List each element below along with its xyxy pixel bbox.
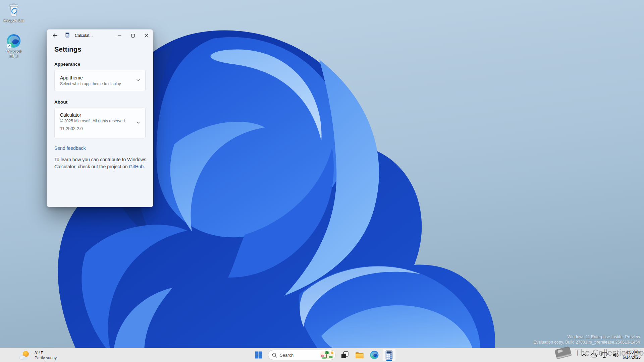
network-display-icon [601, 352, 608, 358]
speaker-icon [612, 352, 619, 358]
windows-logo-icon [255, 351, 262, 359]
clock-date: 6/14/2025 [623, 355, 641, 360]
chevron-up-icon [582, 354, 586, 356]
task-view-icon [341, 351, 348, 359]
back-button[interactable] [49, 31, 61, 41]
edge-icon [7, 34, 21, 48]
desktop-icon-microsoft-edge[interactable]: Microsoft Edge [1, 34, 26, 58]
about-version: 11.2502.2.0 [60, 126, 140, 131]
section-header-about: About [54, 100, 146, 105]
calculator-app-icon [65, 32, 70, 39]
edge-taskbar-button[interactable] [368, 349, 381, 361]
volume-tray-button[interactable] [610, 349, 621, 361]
calculator-settings-window: Calculat... Settings Appearance App them… [47, 29, 153, 207]
file-explorer-icon [355, 351, 364, 359]
desktop-icon-label: Recycle Bin [4, 18, 24, 23]
about-expander[interactable]: Calculator © 2025 Microsoft. All rights … [54, 108, 146, 138]
app-theme-subtitle: Select which app theme to display [60, 81, 121, 86]
minimize-button[interactable] [113, 29, 126, 42]
github-link[interactable]: GitHub [129, 164, 144, 169]
edge-icon [370, 351, 379, 359]
search-icon [272, 353, 277, 358]
chevron-down-icon [136, 77, 140, 83]
desktop: Recycle Bin [0, 0, 644, 362]
clock-time: 4:58 AM [623, 350, 641, 355]
contribute-text-after: . [144, 164, 145, 169]
weather-condition: Partly sunny [35, 356, 57, 360]
weather-temperature: 81°F [35, 351, 57, 355]
contribute-paragraph: To learn how you can contribute to Windo… [54, 156, 146, 170]
build-watermark-line1: Windows 11 Enterprise Insider Preview [534, 334, 640, 340]
cloud-icon [590, 353, 598, 358]
app-theme-title: App theme [60, 75, 121, 80]
section-header-appearance: Appearance [54, 62, 146, 67]
recycle-bin-icon [8, 3, 19, 17]
weather-widget[interactable]: 81°F Partly sunny [18, 350, 57, 361]
clock-tray[interactable]: 4:58 AM 6/14/2025 [623, 350, 641, 360]
desktop-icon-label: Microsoft Edge [1, 49, 26, 58]
close-button[interactable] [140, 29, 153, 42]
onedrive-tray-button[interactable] [589, 349, 599, 361]
search-box[interactable] [268, 350, 336, 360]
send-feedback-link[interactable]: Send feedback [54, 145, 86, 151]
task-view-button[interactable] [338, 349, 352, 361]
search-highlight-image[interactable] [320, 351, 334, 359]
calculator-icon [385, 350, 393, 360]
tray-chevron-up-button[interactable] [579, 349, 589, 361]
window-titlebar: Calculat... [47, 29, 153, 42]
about-copyright: © 2025 Microsoft. All rights reserved. [60, 119, 140, 123]
build-watermark: Windows 11 Enterprise Insider Preview Ev… [534, 334, 640, 345]
chevron-down-icon [136, 120, 140, 126]
page-title: Settings [54, 46, 146, 53]
desktop-icon-recycle-bin[interactable]: Recycle Bin [1, 3, 26, 23]
window-title: Calculat... [75, 33, 93, 38]
maximize-button[interactable] [126, 29, 140, 42]
calculator-taskbar-button[interactable] [382, 349, 396, 361]
build-watermark-line2: Evaluation copy. Build 27881.rs_prerelea… [534, 340, 640, 345]
search-input[interactable] [280, 353, 320, 358]
network-tray-button[interactable] [600, 349, 610, 361]
file-explorer-button[interactable] [353, 349, 366, 361]
start-button[interactable] [252, 349, 265, 361]
partly-sunny-icon [18, 350, 32, 360]
app-theme-expander[interactable]: App theme Select which app theme to disp… [54, 70, 146, 91]
active-app-indicator [386, 360, 392, 361]
about-app-name: Calculator [60, 112, 140, 118]
shortcut-arrow-badge [7, 44, 11, 48]
